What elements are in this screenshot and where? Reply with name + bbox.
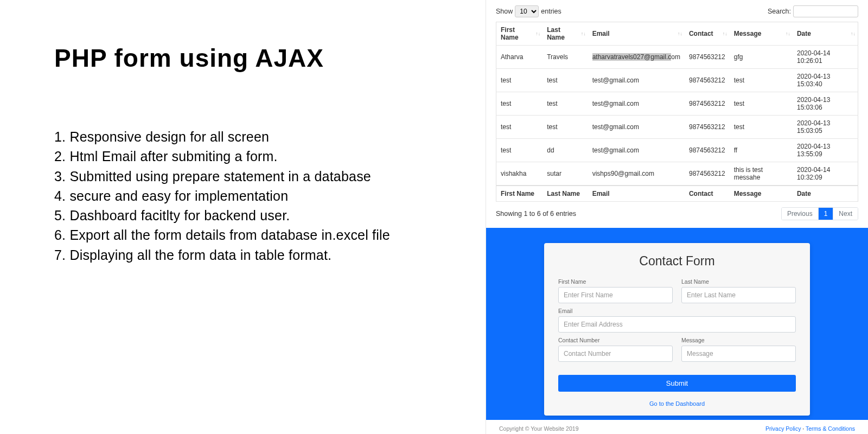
foot-first-name: First Name bbox=[496, 186, 543, 202]
feature-item: 7. Displaying all the form data in table… bbox=[54, 245, 453, 265]
message-input[interactable] bbox=[681, 346, 796, 362]
table-row: AtharvaTravelsatharvatravels027@gmail.co… bbox=[496, 46, 858, 69]
foot-last-name: Last Name bbox=[542, 186, 588, 202]
table-cell: 9874563212 bbox=[685, 69, 730, 92]
feature-item: 6. Export all the form details from data… bbox=[54, 225, 453, 245]
search-input[interactable] bbox=[793, 5, 858, 17]
col-contact[interactable]: Contact↑↓ bbox=[685, 22, 730, 46]
show-label: Show bbox=[496, 8, 513, 15]
form-panel: Contact Form First Name Last Name bbox=[486, 228, 868, 420]
dashboard-link[interactable]: Go to the Dashboard bbox=[649, 400, 705, 407]
foot-message: Message bbox=[730, 186, 793, 202]
dot: · bbox=[801, 425, 806, 432]
table-cell: 2020-04-14 10:32:09 bbox=[793, 162, 858, 186]
table-cell: 9874563212 bbox=[685, 46, 730, 69]
table-cell: 9874563212 bbox=[685, 116, 730, 139]
message-label: Message bbox=[681, 337, 796, 343]
table-row: testddtest@gmail.com9874563212ff2020-04-… bbox=[496, 139, 858, 162]
table-cell: test bbox=[542, 116, 588, 139]
contact-form-card: Contact Form First Name Last Name bbox=[544, 243, 810, 416]
submit-button[interactable]: Submit bbox=[558, 375, 796, 392]
feature-item: 5. Dashboard facitlty for backend user. bbox=[54, 206, 453, 225]
table-cell: gfg bbox=[730, 46, 793, 69]
table-cell: test bbox=[542, 92, 588, 116]
table-cell: test bbox=[542, 69, 588, 92]
col-email[interactable]: Email↑↓ bbox=[588, 22, 685, 46]
last-name-input[interactable] bbox=[681, 287, 796, 303]
table-cell: test bbox=[496, 92, 543, 116]
col-first-name[interactable]: First Name↑↓ bbox=[496, 22, 543, 46]
prev-button[interactable]: Previous bbox=[782, 208, 819, 220]
first-name-label: First Name bbox=[558, 278, 673, 285]
feature-item: 3. Submitted using prepare statement in … bbox=[54, 167, 453, 186]
table-cell: Travels bbox=[542, 46, 588, 69]
entries-label: entries bbox=[541, 8, 561, 15]
sort-icon: ↑↓ bbox=[678, 32, 682, 36]
foot-date: Date bbox=[793, 186, 858, 202]
table-row: testtesttest@gmail.com9874563212test2020… bbox=[496, 69, 858, 92]
page-title: PHP form using AJAX bbox=[54, 43, 453, 73]
table-cell: test@gmail.com bbox=[588, 69, 685, 92]
table-row: testtesttest@gmail.com9874563212test2020… bbox=[496, 116, 858, 139]
table-cell: 2020-04-13 15:03:05 bbox=[793, 116, 858, 139]
table-cell: 9874563212 bbox=[685, 92, 730, 116]
table-cell: Atharva bbox=[496, 46, 543, 69]
sort-icon: ↑↓ bbox=[723, 32, 727, 36]
table-cell: this is test messahe bbox=[730, 162, 793, 186]
table-info: Showing 1 to 6 of 6 entries bbox=[496, 210, 576, 218]
feature-list: 1. Responsive design for all screen 2. H… bbox=[54, 127, 453, 265]
table-cell: 2020-04-13 13:55:09 bbox=[793, 139, 858, 162]
search-control: Search: bbox=[768, 5, 858, 17]
table-cell: 2020-04-14 10:26:01 bbox=[793, 46, 858, 69]
table-cell: test bbox=[496, 139, 543, 162]
foot-contact: Contact bbox=[685, 186, 730, 202]
table-cell: ff bbox=[730, 139, 793, 162]
sort-icon: ↑↓ bbox=[581, 32, 586, 36]
table-cell: vishps90@gmail.com bbox=[588, 162, 685, 186]
length-select[interactable]: 10 bbox=[515, 5, 539, 17]
privacy-link[interactable]: Privacy Policy bbox=[765, 425, 801, 432]
feature-item: 4. secure and easy for implementation bbox=[54, 186, 453, 206]
table-cell: atharvatravels027@gmail.com bbox=[588, 46, 685, 69]
sort-icon: ↑↓ bbox=[851, 32, 856, 36]
table-cell: 9874563212 bbox=[685, 139, 730, 162]
col-message[interactable]: Message↑↓ bbox=[730, 22, 793, 46]
table-cell: test bbox=[496, 69, 543, 92]
page-1-button[interactable]: 1 bbox=[819, 208, 834, 220]
table-cell: test@gmail.com bbox=[588, 139, 685, 162]
table-cell: 9874563212 bbox=[685, 162, 730, 186]
last-name-label: Last Name bbox=[681, 278, 796, 285]
table-cell: 2020-04-13 15:03:40 bbox=[793, 69, 858, 92]
table-row: testtesttest@gmail.com9874563212test2020… bbox=[496, 92, 858, 116]
contact-label: Contact Number bbox=[558, 337, 673, 343]
table-cell: test bbox=[730, 69, 793, 92]
email-input[interactable] bbox=[558, 316, 796, 333]
form-title: Contact Form bbox=[544, 254, 810, 269]
feature-item: 1. Responsive design for all screen bbox=[54, 127, 453, 146]
col-last-name[interactable]: Last Name↑↓ bbox=[542, 22, 588, 46]
datatable-panel: Show 10 entries Search: First Name↑↓ Las… bbox=[486, 0, 868, 228]
terms-link[interactable]: Terms & Conditions bbox=[806, 425, 855, 432]
sort-icon: ↑↓ bbox=[786, 32, 790, 36]
table-cell: 2020-04-13 15:03:06 bbox=[793, 92, 858, 116]
table-cell: test bbox=[730, 116, 793, 139]
email-label: Email bbox=[558, 308, 796, 314]
table-cell: sutar bbox=[542, 162, 588, 186]
data-table: First Name↑↓ Last Name↑↓ Email↑↓ Contact… bbox=[496, 22, 858, 202]
copyright: Copyright © Your Website 2019 bbox=[499, 425, 578, 432]
next-button[interactable]: Next bbox=[833, 208, 858, 220]
table-cell: test@gmail.com bbox=[588, 92, 685, 116]
table-row: vishakhasutarvishps90@gmail.com987456321… bbox=[496, 162, 858, 186]
table-cell: test@gmail.com bbox=[588, 116, 685, 139]
table-cell: test bbox=[496, 116, 543, 139]
search-label: Search: bbox=[768, 8, 791, 15]
table-cell: test bbox=[730, 92, 793, 116]
first-name-input[interactable] bbox=[558, 287, 673, 303]
length-control: Show 10 entries bbox=[496, 5, 561, 17]
table-cell: vishakha bbox=[496, 162, 543, 186]
col-date[interactable]: Date↑↓ bbox=[793, 22, 858, 46]
feature-item: 2. Html Email after submiting a form. bbox=[54, 146, 453, 166]
sort-icon: ↑↓ bbox=[535, 32, 540, 36]
contact-input[interactable] bbox=[558, 346, 673, 362]
table-cell: dd bbox=[542, 139, 588, 162]
